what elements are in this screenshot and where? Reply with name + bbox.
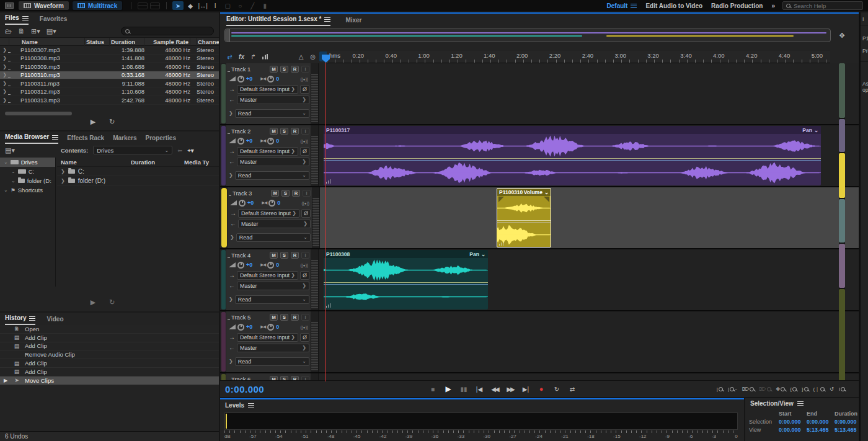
expand-chevron-icon[interactable]: ⌄	[11, 178, 16, 184]
phase-toggle-button[interactable]: Ø	[300, 147, 309, 156]
collapsed-right-panel[interactable]: I P110 Pres As op	[859, 12, 868, 441]
solo-button[interactable]: S	[281, 190, 290, 197]
automation-expand-chevron[interactable]: ❯	[230, 234, 234, 240]
history-item[interactable]: ▶ ➤ Move Clips	[0, 376, 219, 385]
waveform-view-icon[interactable]	[138, 2, 148, 9]
pan-value[interactable]: 0	[276, 76, 279, 82]
arm-record-button[interactable]: R	[291, 66, 299, 73]
go-to-end-button[interactable]: ▶|	[521, 386, 531, 393]
automation-expand-chevron[interactable]: ❯	[229, 110, 233, 116]
back-arrow-icon[interactable]: ⬅	[177, 147, 182, 154]
history-item[interactable]: ▶ ▤ Add Clip	[0, 359, 219, 368]
import-file-icon[interactable]: 🗎	[18, 27, 25, 35]
track-name[interactable]: Track 1	[231, 66, 267, 73]
arm-record-button[interactable]: R	[292, 190, 300, 197]
volume-knob[interactable]	[239, 200, 246, 207]
playhead-time-display[interactable]: 0:00.000	[225, 384, 264, 394]
paintbrush-tool-icon[interactable]: ╱	[247, 1, 258, 10]
pan-value[interactable]: 0	[276, 324, 279, 330]
track-vertical-scrollbar[interactable]	[839, 63, 845, 381]
monitor-input-button[interactable]: I	[303, 190, 311, 197]
track-name[interactable]: Track 5	[231, 314, 267, 321]
track-name[interactable]: Track 4	[231, 252, 267, 259]
preview-play-button[interactable]: ▶	[91, 118, 95, 126]
track-lane[interactable]	[318, 311, 859, 372]
track-color-strip[interactable]	[221, 64, 226, 123]
expand-chevron-icon[interactable]: ⌄	[4, 187, 8, 193]
zoom-full-icon[interactable]: I	[839, 386, 845, 392]
track-zoom-ribbon[interactable]	[311, 260, 318, 308]
file-row[interactable]: ❯ P1100308.mp3 1:41.808 48000 Hz Stereo	[0, 55, 219, 63]
tree-item[interactable]: ⌄ ⚑ Shortcuts	[0, 185, 55, 195]
stop-button[interactable]: ■	[428, 386, 438, 393]
volume-knob[interactable]	[237, 138, 244, 145]
rewind-button[interactable]: ◀◀	[490, 386, 500, 393]
track-output-selector[interactable]: Master❯	[237, 96, 309, 104]
tab-files[interactable]: Files	[5, 12, 29, 25]
scrollbar-segment[interactable]	[839, 63, 845, 118]
pan-knob[interactable]	[267, 324, 274, 331]
expand-chevron-icon[interactable]: ❯	[61, 169, 65, 174]
marquee-tool-icon[interactable]: ▢	[222, 1, 233, 10]
track-output-selector[interactable]: Master❯	[237, 158, 309, 166]
mute-button[interactable]: M	[270, 66, 278, 73]
col-status[interactable]: Status	[85, 38, 110, 47]
file-row[interactable]: ❯ P1100309.mp3 1:08.688 48000 Hz Stereo	[0, 63, 219, 71]
automation-mode-selector[interactable]: Read⌄	[235, 295, 309, 304]
selection-end[interactable]: 0:00.000	[807, 419, 835, 425]
spot-healing-tool-icon[interactable]: ▮	[259, 1, 270, 10]
monitor-input-button[interactable]: I	[301, 314, 309, 321]
clip-header[interactable]: P1100317 Pan⌄	[324, 126, 821, 134]
volume-envelope-line[interactable]	[324, 158, 821, 159]
automation-expand-chevron[interactable]: ❯	[229, 359, 233, 364]
zoom-in-point-right-icon[interactable]: }	[802, 386, 808, 392]
zoom-navigator[interactable]	[224, 29, 831, 42]
track-name[interactable]: Track 3	[232, 190, 268, 197]
track-zoom-ribbon[interactable]	[312, 198, 319, 246]
tab-media-browser[interactable]: Media Browser	[5, 131, 58, 144]
track-lane[interactable]	[318, 63, 859, 124]
pan-knob[interactable]	[267, 76, 274, 82]
insert-into-multitrack-icon[interactable]: ▤▾	[5, 146, 15, 154]
metronome-icon[interactable]: △	[296, 51, 306, 61]
col-duration[interactable]: Duration	[110, 38, 144, 47]
clip-envelope-dropdown[interactable]: Pan⌄	[802, 127, 818, 133]
audio-clip[interactable]: P1100310 Volume⌄	[497, 188, 551, 247]
preview-loop-button[interactable]: ↻	[109, 118, 115, 126]
track-input-selector[interactable]: Default Stereo Input❯	[238, 209, 299, 218]
track-lane[interactable]: P1100310 Volume⌄	[319, 187, 859, 248]
arm-record-button[interactable]: R	[291, 252, 299, 259]
fast-forward-button[interactable]: ▶▶	[505, 386, 515, 393]
file-row[interactable]: ❯ P1100310.mp3 0:33.168 48000 Hz Stereo	[0, 71, 219, 80]
track-output-selector[interactable]: Master❯	[237, 282, 309, 290]
track-input-selector[interactable]: Default Stereo Input❯	[237, 271, 298, 280]
view-start[interactable]: 0:00.000	[779, 427, 807, 433]
track-color-strip[interactable]	[221, 188, 227, 247]
col-name[interactable]: Name	[20, 38, 85, 47]
zoom-fit-icon[interactable]: ✥	[776, 386, 786, 392]
view-end[interactable]: 5:13.465	[807, 427, 835, 433]
help-search-input[interactable]	[794, 2, 856, 9]
panel-menu-icon[interactable]	[248, 403, 254, 408]
routing-icon[interactable]: ↱	[248, 51, 259, 61]
pan-knob[interactable]	[267, 138, 274, 145]
expand-chevron-icon[interactable]: ❯	[61, 178, 65, 184]
spectral-view-icon[interactable]	[150, 2, 160, 9]
history-item[interactable]: ▶ ▤ Add Clip	[0, 334, 219, 342]
volume-value[interactable]: +0	[247, 200, 254, 206]
tab-video[interactable]: Video	[46, 316, 63, 323]
arm-record-button[interactable]: R	[291, 128, 299, 135]
zoom-out-time-icon[interactable]: |−	[728, 386, 737, 392]
pan-envelope-line[interactable]	[497, 222, 551, 223]
automation-mode-selector[interactable]: Read⌄	[235, 171, 309, 180]
track-input-selector[interactable]: Default Stereo Input❯	[237, 85, 298, 94]
clip-header[interactable]: P1100310 Volume⌄	[497, 188, 551, 196]
scrollbar-segment[interactable]	[839, 153, 845, 198]
record-button[interactable]: ●	[536, 385, 546, 393]
media-list-headers[interactable]: Name Duration Media Ty	[57, 158, 219, 167]
zoom-out-selection-icon[interactable]: ⌦	[759, 386, 771, 392]
add-shortcut-icon[interactable]: +▾	[187, 147, 193, 154]
volume-value[interactable]: +0	[246, 76, 252, 82]
panel-menu-icon[interactable]	[324, 17, 330, 22]
tree-item[interactable]: ⌄ folder (D:	[0, 176, 55, 185]
